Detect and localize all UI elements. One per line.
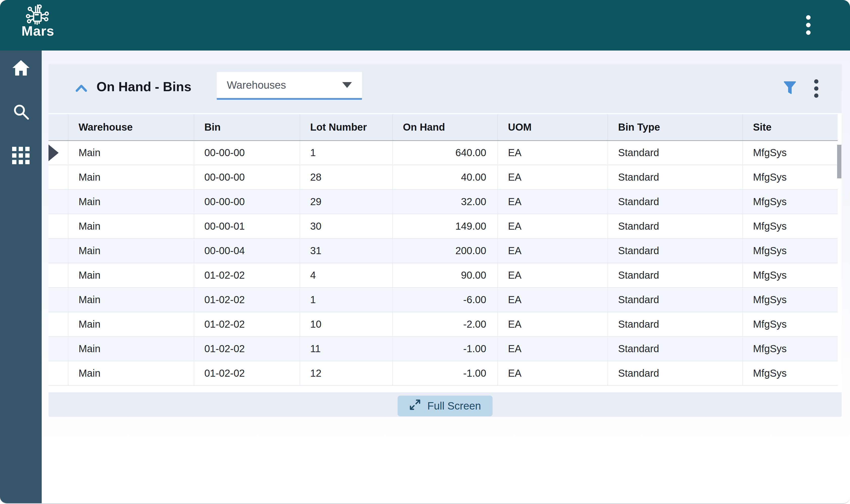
cell-warehouse: Main <box>68 337 194 361</box>
selected-row-arrow-icon <box>49 144 59 161</box>
vertical-scrollbar[interactable] <box>837 142 842 391</box>
cell-warehouse: Main <box>68 214 194 238</box>
sidebar <box>0 51 42 503</box>
cell-site: MfgSys <box>743 263 838 288</box>
view-dropdown[interactable]: Warehouses <box>217 72 362 100</box>
kebab-dot <box>814 93 818 98</box>
row-selector-cell <box>49 165 68 190</box>
cell-bin-type: Standard <box>608 361 743 385</box>
cell-site: MfgSys <box>743 361 838 385</box>
cell-lot-number: 11 <box>300 337 393 361</box>
cell-bin: 00-00-00 <box>194 165 300 190</box>
sidebar-item-search[interactable] <box>0 103 42 121</box>
cell-bin: 01-02-02 <box>194 312 300 337</box>
kebab-dot <box>814 86 818 91</box>
cell-lot-number: 1 <box>300 141 393 165</box>
view-dropdown-value: Warehouses <box>227 79 286 91</box>
selector-column-header <box>49 114 68 141</box>
cell-site: MfgSys <box>743 238 838 263</box>
cell-site: MfgSys <box>743 337 838 361</box>
cell-uom: EA <box>498 238 608 263</box>
main-content: On Hand - Bins Warehouses <box>42 51 850 503</box>
cell-warehouse: Main <box>68 141 194 165</box>
sidebar-item-home[interactable] <box>0 59 42 77</box>
cell-uom: EA <box>498 288 608 312</box>
column-header-uom[interactable]: UOM <box>498 114 608 141</box>
table-row[interactable]: Main01-02-0210-2.00EAStandardMfgSys <box>49 312 838 337</box>
cell-uom: EA <box>498 361 608 385</box>
kebab-dot <box>806 30 811 35</box>
cell-bin: 01-02-02 <box>194 337 300 361</box>
cell-bin-type: Standard <box>608 288 743 312</box>
cell-lot-number: 29 <box>300 190 393 214</box>
filter-icon <box>783 81 796 96</box>
row-selector-cell <box>49 190 68 214</box>
cell-warehouse: Main <box>68 190 194 214</box>
sidebar-item-apps[interactable] <box>0 146 42 165</box>
cell-on-hand: 149.00 <box>393 214 498 238</box>
table-row[interactable]: Main00-00-0431200.00EAStandardMfgSys <box>49 238 838 263</box>
table-row[interactable]: Main00-00-0130149.00EAStandardMfgSys <box>49 214 838 238</box>
cell-uom: EA <box>498 337 608 361</box>
chevron-up-icon <box>75 89 87 93</box>
table-row[interactable]: Main01-02-02490.00EAStandardMfgSys <box>49 263 838 288</box>
cell-on-hand: 32.00 <box>393 190 498 214</box>
cell-on-hand: 200.00 <box>393 238 498 263</box>
topbar-overflow-menu-button[interactable] <box>805 14 812 36</box>
cell-site: MfgSys <box>743 288 838 312</box>
column-header-bin[interactable]: Bin <box>194 114 300 141</box>
row-selector-cell <box>49 263 68 288</box>
cell-bin-type: Standard <box>608 214 743 238</box>
cell-uom: EA <box>498 190 608 214</box>
full-screen-label: Full Screen <box>428 400 481 412</box>
table-row[interactable]: Main00-00-002932.00EAStandardMfgSys <box>49 190 838 214</box>
row-selector-cell <box>49 238 68 263</box>
column-header-on-hand[interactable]: On Hand <box>393 114 498 141</box>
card-overflow-menu-button[interactable] <box>813 78 820 99</box>
cell-warehouse: Main <box>68 312 194 337</box>
cell-on-hand: 40.00 <box>393 165 498 190</box>
cell-lot-number: 1 <box>300 288 393 312</box>
cell-lot-number: 31 <box>300 238 393 263</box>
collapse-panel-button[interactable] <box>75 83 88 94</box>
cell-bin-type: Standard <box>608 263 743 288</box>
column-header-bin-type[interactable]: Bin Type <box>608 114 743 141</box>
filter-button[interactable] <box>783 81 796 96</box>
cell-site: MfgSys <box>743 141 838 165</box>
cell-bin-type: Standard <box>608 312 743 337</box>
cell-bin: 00-00-00 <box>194 141 300 165</box>
cell-warehouse: Main <box>68 238 194 263</box>
cell-on-hand: 90.00 <box>393 263 498 288</box>
cell-uom: EA <box>498 214 608 238</box>
cell-lot-number: 28 <box>300 165 393 190</box>
table-row[interactable]: Main01-02-0211-1.00EAStandardMfgSys <box>49 337 838 361</box>
search-icon <box>12 103 30 120</box>
row-selector-cell <box>49 141 68 165</box>
scrollbar-thumb[interactable] <box>837 145 842 178</box>
cell-bin: 00-00-01 <box>194 214 300 238</box>
cell-site: MfgSys <box>743 312 838 337</box>
table-row[interactable]: Main00-00-001640.00EAStandardMfgSys <box>49 141 838 165</box>
row-selector-cell <box>49 214 68 238</box>
card-header: On Hand - Bins Warehouses <box>49 64 842 113</box>
table-row[interactable]: Main01-02-0212-1.00EAStandardMfgSys <box>49 361 838 385</box>
cell-bin-type: Standard <box>608 165 743 190</box>
cell-site: MfgSys <box>743 214 838 238</box>
full-screen-button[interactable]: Full Screen <box>398 396 492 416</box>
cell-uom: EA <box>498 312 608 337</box>
cell-bin-type: Standard <box>608 238 743 263</box>
data-grid: Warehouse Bin Lot Number On Hand UOM Bin… <box>49 113 842 392</box>
column-header-warehouse[interactable]: Warehouse <box>68 114 194 141</box>
cell-on-hand: -6.00 <box>393 288 498 312</box>
column-header-site[interactable]: Site <box>743 114 838 141</box>
cell-uom: EA <box>498 165 608 190</box>
table-row[interactable]: Main01-02-021-6.00EAStandardMfgSys <box>49 288 838 312</box>
cell-on-hand: -1.00 <box>393 337 498 361</box>
table-row[interactable]: Main00-00-002840.00EAStandardMfgSys <box>49 165 838 190</box>
cell-lot-number: 12 <box>300 361 393 385</box>
cell-on-hand: -2.00 <box>393 312 498 337</box>
column-header-lot-number[interactable]: Lot Number <box>300 114 393 141</box>
cell-warehouse: Main <box>68 263 194 288</box>
cell-warehouse: Main <box>68 288 194 312</box>
table-header-row: Warehouse Bin Lot Number On Hand UOM Bin… <box>49 114 838 141</box>
